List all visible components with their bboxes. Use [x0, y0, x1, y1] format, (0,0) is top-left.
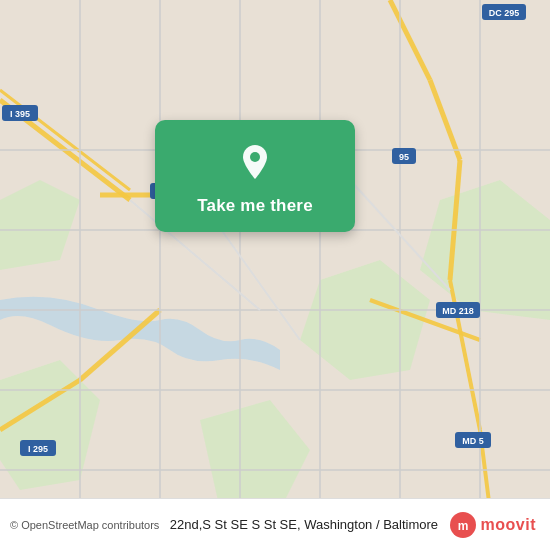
take-me-there-card[interactable]: Take me there: [155, 120, 355, 232]
svg-point-45: [250, 152, 260, 162]
svg-text:DC 295: DC 295: [489, 8, 520, 18]
svg-text:I 295: I 295: [28, 444, 48, 454]
attribution-text: © OpenStreetMap contributors: [10, 519, 159, 531]
moovit-brand-label: moovit: [481, 516, 536, 534]
svg-text:MD 5: MD 5: [462, 436, 484, 446]
svg-text:m: m: [457, 519, 468, 533]
svg-text:I 395: I 395: [10, 109, 30, 119]
moovit-icon: m: [449, 511, 477, 539]
location-pin-icon: [231, 138, 279, 186]
svg-text:95: 95: [399, 152, 409, 162]
address-label: 22nd,S St SE S St SE, Washington / Balti…: [159, 517, 448, 532]
map-background: I 395 I 695 DC 295 95 I 295 MD 218 MD 5: [0, 0, 550, 550]
svg-text:MD 218: MD 218: [442, 306, 474, 316]
bottom-bar: © OpenStreetMap contributors 22nd,S St S…: [0, 498, 550, 550]
take-me-there-label: Take me there: [197, 196, 313, 216]
moovit-logo: m moovit: [449, 511, 536, 539]
map-container: I 395 I 695 DC 295 95 I 295 MD 218 MD 5 …: [0, 0, 550, 550]
